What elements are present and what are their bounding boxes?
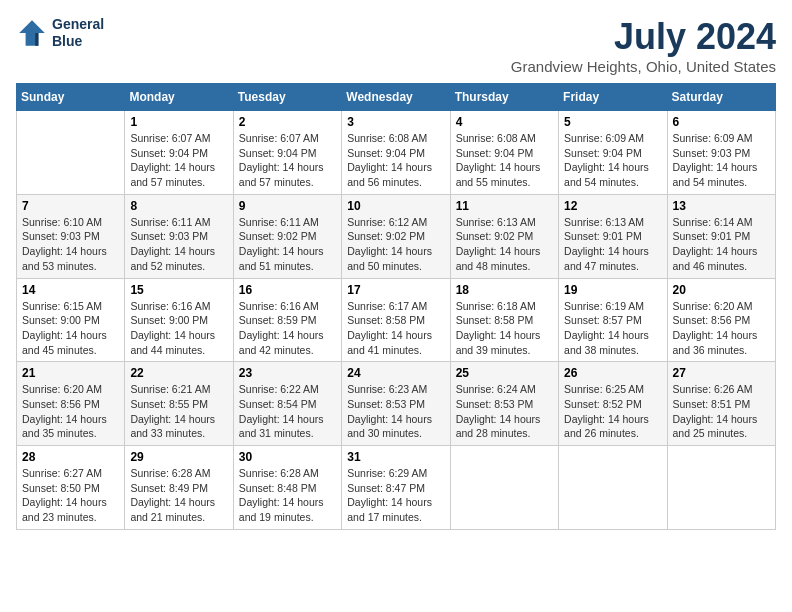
day-info: Sunrise: 6:16 AMSunset: 9:00 PMDaylight:… <box>130 299 227 358</box>
day-info: Sunrise: 6:26 AMSunset: 8:51 PMDaylight:… <box>673 382 770 441</box>
calendar-cell: 7Sunrise: 6:10 AMSunset: 9:03 PMDaylight… <box>17 194 125 278</box>
day-number: 2 <box>239 115 336 129</box>
calendar-cell <box>667 446 775 530</box>
day-info: Sunrise: 6:14 AMSunset: 9:01 PMDaylight:… <box>673 215 770 274</box>
day-number: 10 <box>347 199 444 213</box>
day-number: 17 <box>347 283 444 297</box>
day-number: 15 <box>130 283 227 297</box>
day-info: Sunrise: 6:22 AMSunset: 8:54 PMDaylight:… <box>239 382 336 441</box>
day-info: Sunrise: 6:12 AMSunset: 9:02 PMDaylight:… <box>347 215 444 274</box>
calendar-cell: 21Sunrise: 6:20 AMSunset: 8:56 PMDayligh… <box>17 362 125 446</box>
day-number: 6 <box>673 115 770 129</box>
day-number: 9 <box>239 199 336 213</box>
calendar-cell: 14Sunrise: 6:15 AMSunset: 9:00 PMDayligh… <box>17 278 125 362</box>
column-header-monday: Monday <box>125 84 233 111</box>
calendar-cell: 10Sunrise: 6:12 AMSunset: 9:02 PMDayligh… <box>342 194 450 278</box>
calendar-cell: 26Sunrise: 6:25 AMSunset: 8:52 PMDayligh… <box>559 362 667 446</box>
column-header-sunday: Sunday <box>17 84 125 111</box>
calendar-cell: 22Sunrise: 6:21 AMSunset: 8:55 PMDayligh… <box>125 362 233 446</box>
calendar-cell: 24Sunrise: 6:23 AMSunset: 8:53 PMDayligh… <box>342 362 450 446</box>
day-number: 27 <box>673 366 770 380</box>
calendar-cell: 8Sunrise: 6:11 AMSunset: 9:03 PMDaylight… <box>125 194 233 278</box>
calendar-cell: 28Sunrise: 6:27 AMSunset: 8:50 PMDayligh… <box>17 446 125 530</box>
day-number: 19 <box>564 283 661 297</box>
day-info: Sunrise: 6:24 AMSunset: 8:53 PMDaylight:… <box>456 382 553 441</box>
day-info: Sunrise: 6:10 AMSunset: 9:03 PMDaylight:… <box>22 215 119 274</box>
day-number: 7 <box>22 199 119 213</box>
week-row-4: 21Sunrise: 6:20 AMSunset: 8:56 PMDayligh… <box>17 362 776 446</box>
day-number: 28 <box>22 450 119 464</box>
logo-icon <box>16 17 48 49</box>
week-row-5: 28Sunrise: 6:27 AMSunset: 8:50 PMDayligh… <box>17 446 776 530</box>
day-number: 16 <box>239 283 336 297</box>
week-row-2: 7Sunrise: 6:10 AMSunset: 9:03 PMDaylight… <box>17 194 776 278</box>
calendar-cell: 30Sunrise: 6:28 AMSunset: 8:48 PMDayligh… <box>233 446 341 530</box>
calendar-cell <box>559 446 667 530</box>
calendar-cell: 20Sunrise: 6:20 AMSunset: 8:56 PMDayligh… <box>667 278 775 362</box>
svg-marker-0 <box>19 20 45 46</box>
week-row-3: 14Sunrise: 6:15 AMSunset: 9:00 PMDayligh… <box>17 278 776 362</box>
calendar-cell: 27Sunrise: 6:26 AMSunset: 8:51 PMDayligh… <box>667 362 775 446</box>
day-info: Sunrise: 6:11 AMSunset: 9:02 PMDaylight:… <box>239 215 336 274</box>
day-info: Sunrise: 6:17 AMSunset: 8:58 PMDaylight:… <box>347 299 444 358</box>
day-number: 21 <box>22 366 119 380</box>
day-info: Sunrise: 6:29 AMSunset: 8:47 PMDaylight:… <box>347 466 444 525</box>
subtitle: Grandview Heights, Ohio, United States <box>511 58 776 75</box>
calendar-cell <box>450 446 558 530</box>
day-info: Sunrise: 6:19 AMSunset: 8:57 PMDaylight:… <box>564 299 661 358</box>
calendar-cell: 4Sunrise: 6:08 AMSunset: 9:04 PMDaylight… <box>450 111 558 195</box>
day-info: Sunrise: 6:08 AMSunset: 9:04 PMDaylight:… <box>456 131 553 190</box>
day-info: Sunrise: 6:16 AMSunset: 8:59 PMDaylight:… <box>239 299 336 358</box>
calendar-cell <box>17 111 125 195</box>
calendar-cell: 15Sunrise: 6:16 AMSunset: 9:00 PMDayligh… <box>125 278 233 362</box>
calendar-cell: 25Sunrise: 6:24 AMSunset: 8:53 PMDayligh… <box>450 362 558 446</box>
day-number: 14 <box>22 283 119 297</box>
logo: General Blue <box>16 16 104 50</box>
calendar-cell: 13Sunrise: 6:14 AMSunset: 9:01 PMDayligh… <box>667 194 775 278</box>
day-number: 3 <box>347 115 444 129</box>
day-number: 18 <box>456 283 553 297</box>
calendar-cell: 19Sunrise: 6:19 AMSunset: 8:57 PMDayligh… <box>559 278 667 362</box>
calendar-cell: 17Sunrise: 6:17 AMSunset: 8:58 PMDayligh… <box>342 278 450 362</box>
day-info: Sunrise: 6:20 AMSunset: 8:56 PMDaylight:… <box>673 299 770 358</box>
column-header-thursday: Thursday <box>450 84 558 111</box>
day-info: Sunrise: 6:20 AMSunset: 8:56 PMDaylight:… <box>22 382 119 441</box>
day-info: Sunrise: 6:08 AMSunset: 9:04 PMDaylight:… <box>347 131 444 190</box>
day-info: Sunrise: 6:28 AMSunset: 8:49 PMDaylight:… <box>130 466 227 525</box>
day-info: Sunrise: 6:07 AMSunset: 9:04 PMDaylight:… <box>239 131 336 190</box>
logo-text: General Blue <box>52 16 104 50</box>
day-number: 29 <box>130 450 227 464</box>
day-number: 5 <box>564 115 661 129</box>
day-info: Sunrise: 6:15 AMSunset: 9:00 PMDaylight:… <box>22 299 119 358</box>
day-info: Sunrise: 6:07 AMSunset: 9:04 PMDaylight:… <box>130 131 227 190</box>
day-number: 25 <box>456 366 553 380</box>
calendar-cell: 18Sunrise: 6:18 AMSunset: 8:58 PMDayligh… <box>450 278 558 362</box>
day-number: 20 <box>673 283 770 297</box>
calendar-cell: 6Sunrise: 6:09 AMSunset: 9:03 PMDaylight… <box>667 111 775 195</box>
calendar-cell: 5Sunrise: 6:09 AMSunset: 9:04 PMDaylight… <box>559 111 667 195</box>
header-row: SundayMondayTuesdayWednesdayThursdayFrid… <box>17 84 776 111</box>
calendar-cell: 1Sunrise: 6:07 AMSunset: 9:04 PMDaylight… <box>125 111 233 195</box>
day-info: Sunrise: 6:11 AMSunset: 9:03 PMDaylight:… <box>130 215 227 274</box>
calendar-table: SundayMondayTuesdayWednesdayThursdayFrid… <box>16 83 776 530</box>
day-number: 8 <box>130 199 227 213</box>
column-header-friday: Friday <box>559 84 667 111</box>
day-number: 13 <box>673 199 770 213</box>
day-info: Sunrise: 6:28 AMSunset: 8:48 PMDaylight:… <box>239 466 336 525</box>
day-info: Sunrise: 6:13 AMSunset: 9:01 PMDaylight:… <box>564 215 661 274</box>
day-info: Sunrise: 6:25 AMSunset: 8:52 PMDaylight:… <box>564 382 661 441</box>
day-info: Sunrise: 6:27 AMSunset: 8:50 PMDaylight:… <box>22 466 119 525</box>
calendar-cell: 2Sunrise: 6:07 AMSunset: 9:04 PMDaylight… <box>233 111 341 195</box>
day-info: Sunrise: 6:09 AMSunset: 9:03 PMDaylight:… <box>673 131 770 190</box>
calendar-cell: 3Sunrise: 6:08 AMSunset: 9:04 PMDaylight… <box>342 111 450 195</box>
calendar-cell: 29Sunrise: 6:28 AMSunset: 8:49 PMDayligh… <box>125 446 233 530</box>
column-header-wednesday: Wednesday <box>342 84 450 111</box>
calendar-cell: 9Sunrise: 6:11 AMSunset: 9:02 PMDaylight… <box>233 194 341 278</box>
day-info: Sunrise: 6:21 AMSunset: 8:55 PMDaylight:… <box>130 382 227 441</box>
column-header-tuesday: Tuesday <box>233 84 341 111</box>
day-number: 11 <box>456 199 553 213</box>
main-title: July 2024 <box>511 16 776 58</box>
day-info: Sunrise: 6:23 AMSunset: 8:53 PMDaylight:… <box>347 382 444 441</box>
day-info: Sunrise: 6:13 AMSunset: 9:02 PMDaylight:… <box>456 215 553 274</box>
calendar-cell: 11Sunrise: 6:13 AMSunset: 9:02 PMDayligh… <box>450 194 558 278</box>
